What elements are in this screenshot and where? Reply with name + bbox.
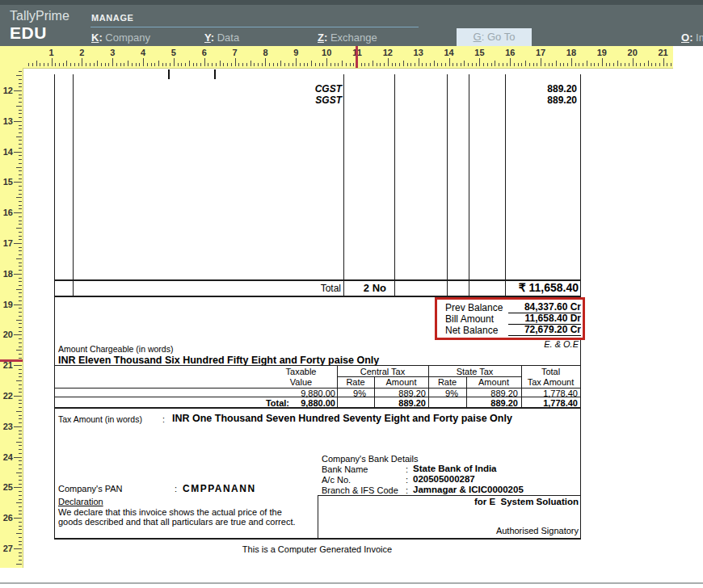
ruler-tick [174,58,175,66]
ruler-tick [19,514,22,514]
ruler-tick [220,61,221,66]
ruler-tick [525,61,526,66]
menu-key: K [91,32,99,44]
ruler-tick [78,63,79,66]
ruler-tick [19,250,22,251]
ruler-tick [19,552,22,553]
ruler-tick [384,63,385,66]
menu-underline [91,27,419,27]
ruler-tick [464,61,465,66]
ruler-tick [178,63,179,66]
ruler-tick [16,289,22,290]
ruler-tick [19,384,22,385]
ruler-number: 15 [471,48,487,57]
menu-item-exchange[interactable]: Z: Exchange [318,32,377,44]
ruler-tick [346,63,347,66]
ruler-tick [19,174,22,175]
ruler-cursor-vertical [0,359,23,362]
bank-value: State Bank of India [413,464,497,473]
ruler-tick [19,170,22,171]
signature-box-top [318,495,580,496]
ruler-tick [16,411,22,412]
ruler-tick [200,63,201,66]
ruler-tick [419,58,419,66]
menu-sep: : [211,32,214,44]
ruler-tick [19,510,22,511]
ruler-tick [19,110,22,111]
menu-item-company[interactable]: K: Company [91,32,150,44]
ruler-tick [19,140,22,141]
ruler-tick [105,63,106,66]
menu-sep: : [99,32,102,44]
ruler-tick [284,63,285,66]
grid-line [447,74,448,296]
ruler-tick [625,63,625,66]
balance-label: Net Balance [445,325,498,336]
ruler-tick [288,63,289,66]
ruler-tick [19,312,22,313]
ruler-number: 5 [166,48,182,57]
ruler-number: 10 [318,48,335,57]
ruler-tick [19,468,22,469]
ruler-tick [235,58,236,66]
amount-words-label: Amount Chargeable (in words) [58,344,173,354]
ruler-tick [19,194,22,195]
tax-subheader: Amount [466,377,521,387]
ruler-tick [16,472,22,473]
goto-button[interactable]: G: Go To [457,28,532,46]
ruler-tick [16,258,22,259]
ruler-tick [307,63,308,66]
ruler-tick [139,63,140,66]
ruler-tick [14,518,22,519]
ruler-tick [44,63,44,66]
ruler-tick [70,63,71,66]
ruler-tick [556,61,557,66]
menu-item-data[interactable]: Y: Data [204,32,239,44]
ruler-tick [170,63,170,66]
menu-item-import[interactable]: O: Import [681,32,703,44]
ruler-tick [19,373,22,374]
tab-marker [168,69,170,79]
ruler-tick [19,83,22,84]
menu-label: Company [105,32,150,44]
ruler-tick [617,61,618,66]
menu-heading: MANAGE [91,13,134,23]
ruler-number: 4 [135,48,151,57]
ruler-tick [487,63,488,66]
ruler-tick [112,58,113,66]
ruler-tick [636,63,637,66]
ruler-tick [16,136,22,137]
tax-cell: 9,880.00 [267,388,339,398]
top-bar: TallyPrime EDU MANAGE K: Company Y: Data… [0,0,703,46]
ruler-tick [16,106,22,107]
ruler-tick [368,63,369,66]
ruler-number: 19 [1,300,13,309]
ruler-tick [14,365,22,366]
ruler-tick [250,61,251,66]
ruler-tick [124,63,124,66]
ruler-tick [208,63,208,66]
ruler-tick [16,75,22,76]
ruler-cursor-horizontal [356,46,358,68]
balance-value: 72,679.20 Cr [508,324,581,336]
ruler-tick [322,63,323,66]
ruler-tick [19,418,22,419]
ruler-tick [640,63,641,66]
ruler-tick [19,71,22,72]
ruler-number: 16 [502,48,518,57]
ruler-tick [16,380,22,381]
ruler-tick [154,63,155,66]
ruler-tick [14,152,22,153]
ruler-tick [388,58,389,66]
ruler-tick [90,63,91,66]
tax-cell: 9% [337,388,366,398]
ruler-tick [19,522,22,523]
ruler-tick [36,61,37,66]
app-title: TallyPrime [10,9,69,23]
ruler-tick [19,94,22,95]
grid-line [394,74,395,296]
ruler-tick [19,476,22,477]
menu-label: Import [696,32,703,44]
ruler-tick [476,63,477,66]
ruler-number: 20 [625,48,641,57]
